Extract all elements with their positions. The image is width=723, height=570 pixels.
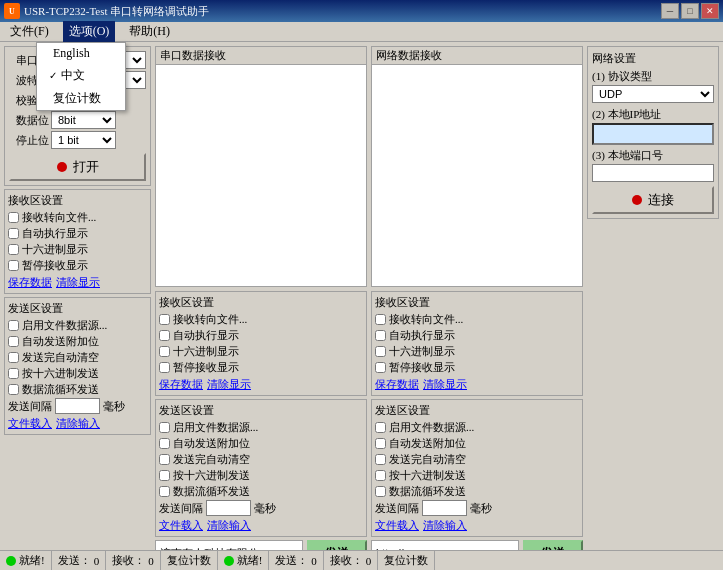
close-button[interactable]: ✕	[701, 3, 719, 19]
mid-left-recv-check-2[interactable]	[159, 346, 170, 357]
mid-right-interval-input[interactable]: 1000	[422, 500, 467, 516]
dropdown-item-english[interactable]: English	[37, 43, 125, 64]
mid-left-interval-unit: 毫秒	[254, 501, 276, 516]
serial-recv-content[interactable]	[156, 65, 366, 286]
mid-left-recv-check-1[interactable]	[159, 330, 170, 341]
mid-left-send-opt-3: 按十六进制发送	[159, 468, 363, 483]
port-input[interactable]: 8951	[592, 164, 714, 182]
open-serial-button[interactable]: 打开	[9, 153, 146, 181]
status-left-reset[interactable]: 复位计数	[161, 551, 218, 570]
mid-left-recv-links: 保存数据 清除显示	[159, 377, 363, 392]
left-recv-check-1[interactable]	[8, 228, 19, 239]
mid-left-save-data-link[interactable]: 保存数据	[159, 377, 203, 392]
left-send-check-1[interactable]	[8, 336, 19, 347]
left-interval-label: 发送间隔	[8, 399, 52, 414]
mid-left-send-check-2[interactable]	[159, 454, 170, 465]
mid-left-send-opt-1: 自动发送附加位	[159, 436, 363, 451]
mid-right-clear-input-link[interactable]: 清除输入	[423, 518, 467, 533]
mid-right-recv-check-2[interactable]	[375, 346, 386, 357]
ip-address-input[interactable]: 255.255.255.255	[592, 123, 714, 145]
left-recv-opt-0: 接收转向文件...	[8, 210, 147, 225]
menu-options[interactable]: 选项(O)	[63, 21, 116, 42]
right-recv-label: 接收：	[330, 553, 363, 568]
mid-right-recv-check-0[interactable]	[375, 314, 386, 325]
status-right-reset[interactable]: 复位计数	[378, 551, 435, 570]
left-recv-check-0[interactable]	[8, 212, 19, 223]
mid-right-recv-check-1[interactable]	[375, 330, 386, 341]
left-clear-input-link[interactable]: 清除输入	[56, 416, 100, 431]
mid-right-interval-label: 发送间隔	[375, 501, 419, 516]
mid-left-send-check-1[interactable]	[159, 438, 170, 449]
left-reset-label[interactable]: 复位计数	[167, 553, 211, 568]
mid-right-clear-display-link[interactable]: 清除显示	[423, 377, 467, 392]
right-reset-label[interactable]: 复位计数	[384, 553, 428, 568]
menubar: 文件(F) 选项(O) 帮助(H) English 中文 复位计数	[0, 22, 723, 42]
mid-left-send-check-4[interactable]	[159, 486, 170, 497]
menu-file[interactable]: 文件(F)	[4, 21, 55, 42]
stop-select[interactable]: 1 bit	[51, 131, 116, 149]
mid-right-send-check-4[interactable]	[375, 486, 386, 497]
left-interval-unit: 毫秒	[103, 399, 125, 414]
mid-left-recv-title: 接收区设置	[159, 295, 363, 310]
right-recv-value: 0	[366, 555, 372, 567]
network-recv-title: 网络数据接收	[372, 47, 582, 65]
left-recv-check-2[interactable]	[8, 244, 19, 255]
left-recv-check-3[interactable]	[8, 260, 19, 271]
mid-left-interval-input[interactable]: 1000	[206, 500, 251, 516]
left-send-opt-0: 启用文件数据源...	[8, 318, 147, 333]
right-panel: 网络设置 (1) 协议类型 UDP (2) 本地IP地址 255.255.255…	[587, 46, 719, 566]
left-save-data-link[interactable]: 保存数据	[8, 275, 52, 290]
left-clear-display-link[interactable]: 清除显示	[56, 275, 100, 290]
mid-right-recv-settings: 接收区设置 接收转向文件... 自动执行显示 十六进制显示	[371, 291, 583, 396]
mid-left-send-opt-4: 数据流循环发送	[159, 484, 363, 499]
data-select[interactable]: 8bit	[51, 111, 116, 129]
right-send-value: 0	[311, 555, 317, 567]
mid-left-clear-display-link[interactable]: 清除显示	[207, 377, 251, 392]
mid-left-send-settings: 发送区设置 启用文件数据源... 自动发送附加位 发送完自动清空	[155, 399, 367, 537]
mid-right-file-load-link[interactable]: 文件载入	[375, 518, 419, 533]
middle-left-bottom: 接收区设置 接收转向文件... 自动执行显示 十六进制显示	[155, 291, 367, 566]
stop-label: 停止位	[9, 133, 49, 148]
dropdown-item-reset-count[interactable]: 复位计数	[37, 87, 125, 110]
left-send-check-3[interactable]	[8, 368, 19, 379]
minimize-button[interactable]: ─	[661, 3, 679, 19]
left-recv-settings: 接收区设置 接收转向文件... 自动执行显示 十六进制显示 暂停接收显示 保存数…	[4, 189, 151, 294]
stop-row: 停止位 1 bit	[9, 131, 146, 149]
right-status-dot	[224, 556, 234, 566]
left-send-check-0[interactable]	[8, 320, 19, 331]
left-recv-value: 0	[148, 555, 154, 567]
mid-right-save-data-link[interactable]: 保存数据	[375, 377, 419, 392]
status-left-send: 发送： 0	[52, 551, 107, 570]
network-recv-content[interactable]	[372, 65, 582, 286]
mid-left-recv-check-3[interactable]	[159, 362, 170, 373]
mid-left-file-load-link[interactable]: 文件载入	[159, 518, 203, 533]
connect-button[interactable]: 连接	[592, 186, 714, 214]
left-send-check-4[interactable]	[8, 384, 19, 395]
dropdown-item-chinese[interactable]: 中文	[37, 64, 125, 87]
left-send-opt-1: 自动发送附加位	[8, 334, 147, 349]
protocol-select[interactable]: UDP	[592, 85, 714, 103]
mid-right-send-check-1[interactable]	[375, 438, 386, 449]
mid-right-send-check-3[interactable]	[375, 470, 386, 481]
titlebar: U USR-TCP232-Test 串口转网络调试助手 ─ □ ✕	[0, 0, 723, 22]
left-send-value: 0	[94, 555, 100, 567]
mid-right-recv-check-3[interactable]	[375, 362, 386, 373]
mid-right-recv-opt-1: 自动执行显示	[375, 328, 579, 343]
port-label: (3) 本地端口号	[592, 148, 714, 163]
left-send-title: 发送区设置	[8, 301, 147, 316]
mid-left-recv-settings: 接收区设置 接收转向文件... 自动执行显示 十六进制显示	[155, 291, 367, 396]
mid-right-send-check-0[interactable]	[375, 422, 386, 433]
mid-left-send-check-0[interactable]	[159, 422, 170, 433]
left-file-load-link[interactable]: 文件载入	[8, 416, 52, 431]
mid-left-send-check-3[interactable]	[159, 470, 170, 481]
mid-right-send-check-2[interactable]	[375, 454, 386, 465]
left-recv-opt-1: 自动执行显示	[8, 226, 147, 241]
mid-right-send-links: 文件载入 清除输入	[375, 518, 579, 533]
menu-help[interactable]: 帮助(H)	[123, 21, 176, 42]
maximize-button[interactable]: □	[681, 3, 699, 19]
mid-right-recv-opt-0: 接收转向文件...	[375, 312, 579, 327]
mid-left-recv-check-0[interactable]	[159, 314, 170, 325]
mid-left-clear-input-link[interactable]: 清除输入	[207, 518, 251, 533]
left-send-check-2[interactable]	[8, 352, 19, 363]
left-interval-input[interactable]: 1000	[55, 398, 100, 414]
